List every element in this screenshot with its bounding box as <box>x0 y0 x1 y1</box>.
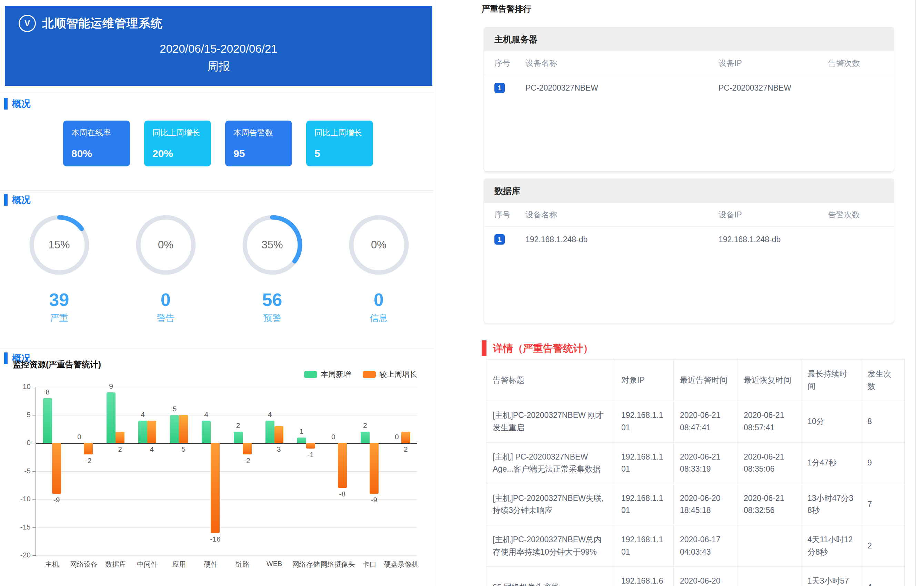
bar-pos <box>116 432 124 443</box>
alarm-column-header: 发生次数 <box>861 360 905 401</box>
alarm-cell: 192.168.1.101 <box>615 525 674 567</box>
alarm-cell: 192.168.1.101 <box>615 442 674 484</box>
detail-title: 详情（严重告警统计） <box>493 342 593 356</box>
alarm-cell: [主机]PC-20200327NBEW失联,持续3分钟未响应 <box>487 484 615 525</box>
alarm-row: [主机]PC-20200327NBEW失联,持续3分钟未响应192.168.1.… <box>487 484 905 525</box>
donut-label: 预警 <box>263 312 281 324</box>
section-title-label: 概况 <box>12 97 31 110</box>
bar-value-label: 2 <box>351 421 379 430</box>
donut-gauge: 0%0信息 <box>325 213 432 324</box>
alarm-cell: 192.168.1.101 <box>615 484 674 525</box>
donut-percent: 35% <box>240 213 304 277</box>
alarm-column-header: 最近恢复时间 <box>738 360 801 401</box>
rank-table-row: 1192.168.1.248-db192.168.1.248-db <box>484 227 894 252</box>
bar-value-label: 0 <box>66 433 93 441</box>
rank-column-header: 告警次数 <box>828 58 883 69</box>
y-tick-mark <box>32 387 36 387</box>
rank-table-header: 序号设备名称设备IP告警次数 <box>484 203 894 227</box>
bar-value-label: 4 <box>192 410 220 418</box>
rank-column-header: 序号 <box>494 209 525 220</box>
alarm-cell: 2020-06-20 18:45:18 <box>674 484 738 525</box>
gridline <box>36 527 417 528</box>
donut-percent: 0% <box>134 213 198 277</box>
alarm-cell: 13小时47分38秒 <box>801 484 861 525</box>
rank-table-row: 1PC-20200327NBEWPC-20200327NBEW <box>484 75 894 100</box>
y-tick-label: -20 <box>14 551 31 559</box>
alarm-column-header: 最长持续时间 <box>801 360 861 401</box>
bar-value-label: -8 <box>328 490 356 498</box>
stat-card-label: 本周告警数 <box>233 127 284 138</box>
alarm-cell: 9 <box>861 442 905 484</box>
rank-column-header: 序号 <box>494 58 525 69</box>
bar-value-label: 2 <box>106 445 134 453</box>
rank-index-cell: 1 <box>494 234 525 245</box>
alarm-cell: 2020-06-17 04:03:43 <box>674 525 738 567</box>
y-tick-label: 10 <box>14 382 31 391</box>
alarm-cell: [主机] PC-20200327NBEW Age...客户端无法正常采集数据 <box>487 442 615 484</box>
alarm-cell: 2020-06-21 08:47:41 <box>674 401 738 442</box>
x-category-label: 硬盘录像机 <box>381 560 422 569</box>
alarm-cell: 10分 <box>801 401 861 442</box>
bar-value-label: 0 <box>320 433 347 441</box>
alarm-cell: 2020-06-21 08:32:56 <box>738 484 801 525</box>
report-type: 周报 <box>5 59 432 74</box>
y-tick-label: -5 <box>14 467 31 475</box>
stat-card-label: 本周在线率 <box>71 127 122 138</box>
divider <box>0 92 434 92</box>
alarm-cell: 4 <box>861 567 905 586</box>
app-header: V 北顺智能运维管理系统 2020/06/15-2020/06/21 周报 <box>5 6 432 86</box>
bar-value-label: -9 <box>43 496 70 504</box>
bar-pos <box>266 421 274 443</box>
alarm-row: [主机] PC-20200327NBEW Age...客户端无法正常采集数据19… <box>487 442 905 484</box>
bar-neg <box>211 443 219 533</box>
alarm-table-header-row: 告警标题对象IP最近告警时间最近恢复时间最长持续时间发生次数 <box>487 360 905 401</box>
donut-ring: 35% <box>240 213 304 277</box>
donut-ring: 15% <box>27 213 91 277</box>
legend-swatch-orange <box>363 371 376 378</box>
donut-gauge: 0%0警告 <box>112 213 219 324</box>
bar-pos <box>179 415 188 443</box>
alarm-column-header: 对象IP <box>615 360 674 401</box>
rank-card-title: 主机服务器 <box>484 27 894 51</box>
divider <box>0 191 434 191</box>
rank-card: 主机服务器序号设备名称设备IP告警次数1PC-20200327NBEWPC-20… <box>484 27 894 171</box>
bar-value-label: -2 <box>74 456 102 465</box>
rank-table-header: 序号设备名称设备IP告警次数 <box>484 51 894 75</box>
bar-value-label: 9 <box>97 382 125 390</box>
stat-card: 本周告警数95 <box>225 120 292 166</box>
bar-neg <box>370 443 379 494</box>
bar-neg <box>338 443 347 488</box>
stat-card-label: 同比上周增长 <box>152 127 203 138</box>
section-accent-bar <box>4 352 8 364</box>
bar-pos <box>234 432 243 443</box>
bar-value-label: 4 <box>129 410 157 418</box>
alarm-row: [主机]PC-20200327NBEW 刚才发生重启192.168.1.1012… <box>487 401 905 442</box>
alarm-cell: 2020-06-21 08:35:06 <box>738 442 801 484</box>
device-ip: 192.168.1.248-db <box>718 235 828 244</box>
bar-pos <box>170 415 179 443</box>
left-panel: V 北顺智能运维管理系统 2020/06/15-2020/06/21 周报 概况… <box>0 0 434 586</box>
rank-column-header: 设备IP <box>718 58 828 69</box>
bar-value-label: -2 <box>233 456 261 465</box>
stat-card-value: 95 <box>233 148 284 160</box>
y-tick-mark <box>32 471 36 472</box>
alarm-row: [主机]PC-20200327NBEW总内存使用率持续10分钟大于99%192.… <box>487 525 905 567</box>
device-ip: PC-20200327NBEW <box>718 83 828 93</box>
bar-pos <box>401 432 410 443</box>
rank-section-title: 严重告警排行 <box>482 3 531 15</box>
donut-label: 严重 <box>50 312 68 324</box>
divider <box>0 349 434 349</box>
bar-value-label: 2 <box>224 421 252 430</box>
alarm-cell <box>738 525 801 567</box>
legend-label: 较上周增长 <box>379 369 417 380</box>
bar-neg <box>306 443 315 449</box>
y-tick-mark <box>32 443 36 443</box>
stat-card: 同比上周增长20% <box>144 120 211 166</box>
gridline <box>36 387 417 387</box>
alarm-cell: 2 <box>861 525 905 567</box>
y-tick-mark <box>32 527 36 528</box>
report-date-range: 2020/06/15-2020/06/21 <box>5 42 432 56</box>
rank-column-header: 设备名称 <box>525 58 718 69</box>
gridline <box>36 555 417 556</box>
alarm-cell: 2020-06-21 08:57:41 <box>738 401 801 442</box>
